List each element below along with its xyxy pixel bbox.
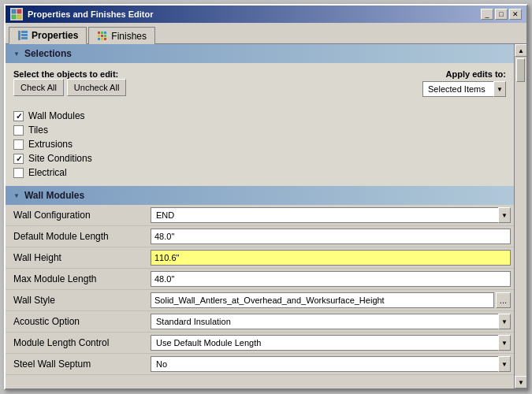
steel-wall-septum-value: No ▼ [147,354,514,375]
max-module-length-value [147,269,514,290]
title-bar-controls: _ □ ✕ [481,9,522,20]
minimize-button[interactable]: _ [481,9,493,20]
module-length-control-arrow[interactable]: ▼ [498,335,511,351]
default-module-length-input[interactable] [151,229,511,244]
uncheck-all-button[interactable]: Uncheck All [67,79,126,96]
checkbox-electrical[interactable]: Electrical [13,167,506,178]
acoustic-option-arrow[interactable]: ▼ [498,314,511,329]
wall-style-browse-button[interactable]: ... [496,292,511,308]
checkbox-list: Wall Modules Tiles Extrusions Site Condi… [13,109,506,180]
acoustic-option-dropdown[interactable]: Standard Insulation ▼ [151,314,511,329]
wall-modules-section-header: ▼ Wall Modules [6,186,514,205]
svg-rect-10 [104,32,106,34]
module-length-control-dropdown[interactable]: Use Default Module Length ▼ [151,335,511,351]
svg-rect-11 [98,35,100,37]
wall-configuration-label: Wall Configuration [6,205,147,226]
checkbox-wall-modules-label: Wall Modules [28,110,85,121]
svg-rect-0 [12,9,16,13]
window-title: Properties and Finishes Editor [28,9,154,19]
selections-section-header: ▼ Selections [6,44,514,63]
close-button[interactable]: ✕ [509,9,522,20]
selections-left: Select the objects to edit: Check All Un… [13,69,126,102]
checkbox-tiles-input[interactable] [13,125,24,136]
svg-rect-14 [98,38,100,40]
maximize-button[interactable]: □ [495,9,508,20]
acoustic-option-label: Acoustic Option [6,311,147,333]
wall-modules-panel: Wall Configuration END ▼ Default Module … [6,205,514,375]
default-module-length-label: Default Module Length [6,226,147,247]
selections-header-row: Select the objects to edit: Check All Un… [13,69,506,102]
tab-bar: Properties Finishes [6,23,526,44]
wall-configuration-input[interactable]: END [151,207,498,223]
scrollbar-thumb[interactable] [515,57,526,376]
svg-rect-3 [17,15,21,19]
main-content[interactable]: ▼ Selections Select the objects to edit:… [6,44,514,388]
content-area: ▼ Selections Select the objects to edit:… [6,44,526,388]
wall-style-field: ... [151,292,511,308]
properties-grid: Wall Configuration END ▼ Default Module … [6,205,514,375]
checkbox-extrusions-input[interactable] [13,139,24,150]
wall-modules-triangle-icon: ▼ [13,192,20,199]
checkbox-electrical-input[interactable] [13,168,24,178]
svg-rect-4 [18,31,20,40]
tab-finishes[interactable]: Finishes [88,27,155,44]
checkbox-tiles-label: Tiles [28,125,48,136]
svg-rect-16 [104,38,106,40]
checkbox-electrical-label: Electrical [28,167,67,178]
apply-edits-label: Apply edits to: [446,69,506,79]
apply-edits-value: Selected Items [422,81,493,97]
svg-rect-13 [104,35,106,37]
acoustic-option-input[interactable]: Standard Insulation [151,314,498,329]
wall-style-value: ... [147,290,514,311]
selections-triangle-icon: ▼ [13,50,20,58]
tab-finishes-label: Finishes [111,31,147,42]
scrollbar[interactable]: ▲ ▼ [514,44,526,388]
tab-properties[interactable]: Properties [9,27,87,44]
finishes-tab-icon [97,31,108,42]
wall-style-input[interactable] [151,292,494,308]
checkbox-extrusions-label: Extrusions [28,139,73,150]
module-length-control-input[interactable]: Use Default Module Length [151,335,498,351]
checkbox-tiles[interactable]: Tiles [13,125,506,136]
steel-wall-septum-label: Steel Wall Septum [6,354,147,375]
steel-wall-septum-arrow[interactable]: ▼ [498,356,511,372]
max-module-length-label: Max Module Length [6,269,147,290]
checkbox-site-conditions-input[interactable] [13,154,24,164]
svg-rect-5 [21,31,28,33]
apply-edits-dropdown[interactable]: Selected Items ▼ [422,81,506,97]
svg-rect-2 [12,15,16,19]
module-length-control-label: Module Length Control [6,333,147,354]
checkbox-wall-modules[interactable]: Wall Modules [13,110,506,121]
window-icon [10,8,23,20]
max-module-length-input[interactable] [151,271,511,287]
wall-configuration-arrow[interactable]: ▼ [498,207,511,223]
checkbox-site-conditions[interactable]: Site Conditions [13,153,506,164]
svg-rect-9 [101,32,103,34]
wall-height-input[interactable] [151,250,511,266]
svg-rect-8 [98,32,100,34]
steel-wall-septum-input[interactable]: No [151,356,498,372]
apply-edits-arrow[interactable]: ▼ [493,81,506,97]
tab-properties-label: Properties [32,30,78,41]
default-module-length-value [147,226,514,247]
select-objects-label: Select the objects to edit: [13,69,126,79]
selections-panel: Select the objects to edit: Check All Un… [6,63,514,186]
module-length-control-value: Use Default Module Length ▼ [147,333,514,354]
wall-style-label: Wall Style [6,290,147,311]
checkbox-extrusions[interactable]: Extrusions [13,139,506,150]
title-bar: Properties and Finishes Editor _ □ ✕ [6,6,526,23]
scrollbar-down-button[interactable]: ▼ [515,376,526,388]
svg-rect-1 [17,9,21,13]
selections-header-label: Selections [24,48,72,59]
svg-rect-12 [101,35,103,37]
wall-modules-header-label: Wall Modules [24,190,84,201]
wall-configuration-value: END ▼ [147,205,514,226]
steel-wall-septum-dropdown[interactable]: No ▼ [151,356,511,372]
wall-configuration-dropdown[interactable]: END ▼ [151,207,511,223]
title-bar-left: Properties and Finishes Editor [10,8,154,20]
wall-height-label: Wall Height [6,247,147,269]
check-all-button[interactable]: Check All [13,79,64,96]
scrollbar-up-button[interactable]: ▲ [515,44,526,57]
checkbox-wall-modules-input[interactable] [13,111,24,121]
svg-rect-15 [101,38,103,40]
